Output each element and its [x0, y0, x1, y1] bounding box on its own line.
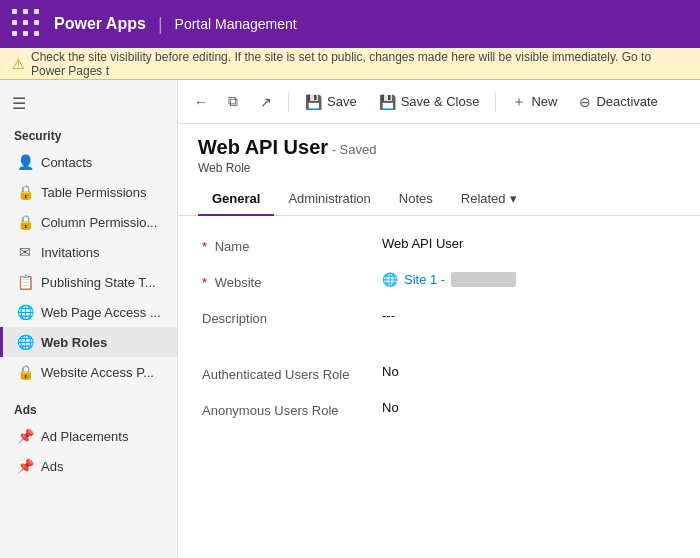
back-button[interactable]: ← [186, 89, 216, 115]
deactivate-label: Deactivate [596, 94, 657, 109]
table-permissions-icon: 🔒 [17, 184, 33, 200]
sidebar-item-contacts[interactable]: 👤 Contacts [0, 147, 177, 177]
main-content: ← ⧉ ↗ 💾 Save 💾 Save & Close ＋ New ⊖ [178, 80, 700, 558]
sidebar-item-ads[interactable]: 📌 Ads [0, 451, 177, 481]
command-bar: ← ⧉ ↗ 💾 Save 💾 Save & Close ＋ New ⊖ [178, 80, 700, 124]
save-button[interactable]: 💾 Save [295, 89, 367, 115]
sidebar-label-ads: Ads [41, 459, 63, 474]
form-section-gap [202, 344, 676, 364]
deactivate-button[interactable]: ⊖ Deactivate [569, 89, 667, 115]
name-value: Web API User [382, 236, 463, 251]
copy-icon: ⧉ [228, 93, 238, 110]
tabs: General Administration Notes Related ▾ [178, 175, 700, 216]
sidebar-label-web-page-access: Web Page Access ... [41, 305, 161, 320]
warning-bar: ⚠ Check the site visibility before editi… [0, 48, 700, 80]
top-bar-divider: | [158, 14, 163, 35]
globe-icon: 🌐 [382, 272, 398, 287]
sidebar-label-invitations: Invitations [41, 245, 100, 260]
copy-button[interactable]: ⧉ [218, 88, 248, 115]
new-label: New [531, 94, 557, 109]
auth-users-label: Authenticated Users Role [202, 364, 382, 382]
contacts-icon: 👤 [17, 154, 33, 170]
external-link-button[interactable]: ↗ [250, 89, 282, 115]
sidebar-section-ads: Ads [0, 397, 177, 421]
name-label: * Name [202, 236, 382, 254]
sidebar-label-publishing-state: Publishing State T... [41, 275, 156, 290]
sidebar-item-invitations[interactable]: ✉ Invitations [0, 237, 177, 267]
anon-users-label: Anonymous Users Role [202, 400, 382, 418]
sidebar-item-publishing-state[interactable]: 📋 Publishing State T... [0, 267, 177, 297]
record-saved-badge: - Saved [332, 142, 377, 157]
sidebar-label-website-access: Website Access P... [41, 365, 154, 380]
related-chevron-icon: ▾ [510, 191, 517, 206]
tab-notes[interactable]: Notes [385, 183, 447, 216]
sidebar-item-ad-placements[interactable]: 📌 Ad Placements [0, 421, 177, 451]
website-label: * Website [202, 272, 382, 290]
save-icon: 💾 [305, 94, 322, 110]
sidebar-label-contacts: Contacts [41, 155, 92, 170]
portal-name: Portal Management [175, 16, 297, 32]
tab-administration[interactable]: Administration [274, 183, 384, 216]
ads-icon: 📌 [17, 458, 33, 474]
warning-icon: ⚠ [12, 56, 25, 72]
invitations-icon: ✉ [17, 244, 33, 260]
name-required-star: * [202, 239, 207, 254]
record-title-row: Web API User - Saved [198, 136, 680, 159]
column-permissions-icon: 🔒 [17, 214, 33, 230]
description-value: --- [382, 308, 395, 323]
anon-users-field-row: Anonymous Users Role No [202, 400, 676, 418]
sidebar-item-website-access[interactable]: 🔒 Website Access P... [0, 357, 177, 387]
ad-placements-icon: 📌 [17, 428, 33, 444]
sidebar-label-column-permissions: Column Permissio... [41, 215, 157, 230]
cmd-divider-1 [288, 92, 289, 112]
save-label: Save [327, 94, 357, 109]
deactivate-icon: ⊖ [579, 94, 591, 110]
save-close-icon: 💾 [379, 94, 396, 110]
description-label: Description [202, 308, 382, 326]
record-header: Web API User - Saved Web Role [178, 124, 700, 175]
sidebar-section-security: Security [0, 123, 177, 147]
save-close-label: Save & Close [401, 94, 480, 109]
sidebar: ☰ Security 👤 Contacts 🔒 Table Permission… [0, 80, 178, 558]
external-link-icon: ↗ [260, 94, 272, 110]
sidebar-item-web-roles[interactable]: 🌐 Web Roles [0, 327, 177, 357]
auth-users-value: No [382, 364, 399, 379]
tab-general[interactable]: General [198, 183, 274, 216]
website-blurred: site field 7 [451, 272, 516, 287]
app-grid-icon[interactable] [12, 9, 42, 39]
website-required-star: * [202, 275, 207, 290]
web-roles-icon: 🌐 [17, 334, 33, 350]
sidebar-item-web-page-access[interactable]: 🌐 Web Page Access ... [0, 297, 177, 327]
tab-related[interactable]: Related ▾ [447, 183, 531, 216]
record-title: Web API User [198, 136, 328, 158]
sidebar-label-web-roles: Web Roles [41, 335, 107, 350]
publishing-state-icon: 📋 [17, 274, 33, 290]
save-close-button[interactable]: 💾 Save & Close [369, 89, 490, 115]
sidebar-item-table-permissions[interactable]: 🔒 Table Permissions [0, 177, 177, 207]
record-subtitle: Web Role [198, 161, 680, 175]
new-button[interactable]: ＋ New [502, 88, 567, 116]
web-page-access-icon: 🌐 [17, 304, 33, 320]
website-value[interactable]: 🌐 Site 1 - site field 7 [382, 272, 516, 287]
main-layout: ☰ Security 👤 Contacts 🔒 Table Permission… [0, 80, 700, 558]
top-bar: Power Apps | Portal Management [0, 0, 700, 48]
auth-users-field-row: Authenticated Users Role No [202, 364, 676, 382]
anon-users-value: No [382, 400, 399, 415]
website-field-row: * Website 🌐 Site 1 - site field 7 [202, 272, 676, 290]
form-area: * Name Web API User * Website 🌐 Site 1 -… [178, 216, 700, 558]
app-name: Power Apps [54, 15, 146, 33]
cmd-divider-2 [495, 92, 496, 112]
new-icon: ＋ [512, 93, 526, 111]
name-field-row: * Name Web API User [202, 236, 676, 254]
warning-text: Check the site visibility before editing… [31, 50, 688, 78]
sidebar-item-column-permissions[interactable]: 🔒 Column Permissio... [0, 207, 177, 237]
website-text: Site 1 - [404, 272, 445, 287]
website-access-icon: 🔒 [17, 364, 33, 380]
hamburger-button[interactable]: ☰ [0, 88, 177, 123]
sidebar-label-table-permissions: Table Permissions [41, 185, 147, 200]
sidebar-label-ad-placements: Ad Placements [41, 429, 128, 444]
description-field-row: Description --- [202, 308, 676, 326]
